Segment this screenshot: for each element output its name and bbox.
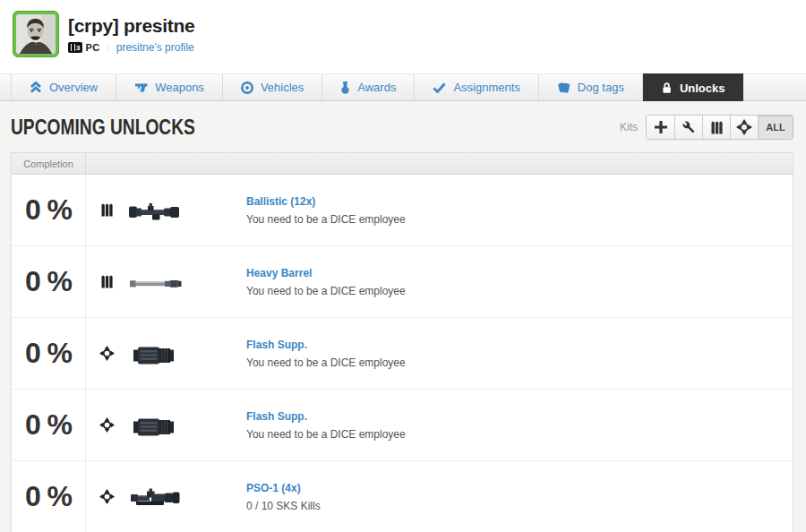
completion-value: 0 % [12,390,86,460]
completion-value: 0 % [12,246,86,317]
tab-awards[interactable]: Awards [322,74,415,100]
kit-icon-cell [86,461,128,532]
crosshair-icon [99,346,115,361]
unlock-name-link[interactable]: Flash Supp. [246,339,406,351]
medal-icon [340,82,350,94]
unlock-requirement: 0 / 10 SKS Kills [246,500,321,512]
checkmark-icon [433,82,446,93]
unlock-info: Flash Supp. You need to be a DICE employ… [196,390,406,460]
completion-value: 0 % [12,175,86,245]
profile-link[interactable]: presitne's profile [116,41,194,54]
section-title: UPCOMING UNLOCKS [11,115,195,140]
upcoming-unlocks-table: Completion 0 % Ballistic ( [11,152,793,532]
table-row: 0 % Flash Supp. You need [12,318,793,390]
crosshair-icon [736,119,752,135]
lock-icon [661,82,673,94]
kit-icon-cell [86,318,128,389]
crosshair-icon [99,417,115,433]
kits-label: Kits [620,121,638,133]
unlock-rows: 0 % Ballistic (12x) You need to b [12,175,793,532]
profile-header: [crpy] presitne 3 PC · presitne's profil… [0,0,806,73]
bullets-icon [711,120,723,135]
bullets-icon [101,273,113,290]
player-meta: 3 PC · presitne's profile [68,41,194,54]
unlock-info: Flash Supp. You need to be a DICE employ… [196,318,406,389]
unlock-name-link[interactable]: Heavy Barrel [246,267,406,279]
kit-filter-group: ALL [646,115,793,140]
page-title: [crpy] presitne [68,15,194,37]
meta-separator: · [107,41,110,54]
dogtags-icon [557,82,570,94]
wheel-icon [241,82,253,94]
table-header-row: Completion [12,152,793,175]
wrench-icon [682,120,697,135]
completion-value: 0 % [12,461,86,532]
table-row: 0 % Heavy Barrel You need to be a DICE e… [12,246,793,318]
filter-bullets-button[interactable] [702,116,730,139]
tab-vehicles[interactable]: Vehicles [223,74,322,100]
unlock-requirement: You need to be a DICE employee [246,356,406,369]
table-row: 0 % PSO-1 (4x) 0 / 10 SKS Kills [12,461,793,532]
avatar-portrait [16,14,56,54]
kit-icon-cell [86,175,128,245]
tab-weapons[interactable]: Weapons [116,74,223,100]
bf3-game-icon: 3 [68,42,82,53]
tab-overview[interactable]: Overview [11,74,116,100]
completion-value: 0 % [12,318,86,389]
table-row: 0 % Ballistic (12x) You need to b [12,175,793,246]
filter-all-button[interactable]: ALL [758,116,793,139]
filter-crosshair-button[interactable] [730,116,758,139]
unlock-info: PSO-1 (4x) 0 / 10 SKS Kills [196,461,321,532]
tab-unlocks[interactable]: Unlocks [643,73,744,101]
avatar[interactable] [13,11,59,57]
unlock-requirement: You need to be a DICE employee [246,213,406,226]
weapon-thumbnail [128,318,196,389]
unlock-info: Heavy Barrel You need to be a DICE emplo… [196,246,406,317]
unlock-name-link[interactable]: PSO-1 (4x) [246,482,321,494]
section-header: UPCOMING UNLOCKS Kits ALL [0,101,806,152]
bullets-icon [101,202,113,219]
plus-icon [654,120,668,134]
weapon-thumbnail [128,390,196,460]
unlock-info: Ballistic (12x) You need to be a DICE em… [196,175,406,245]
kit-icon-cell [86,390,128,460]
tab-dog-tags[interactable]: Dog tags [539,74,643,100]
weapon-thumbnail [128,175,196,245]
filter-wrench-button[interactable] [674,116,702,139]
kit-icon-cell [86,246,128,317]
platform-label: PC [85,42,99,53]
crosshair-icon [99,489,115,504]
kit-filter-bar: Kits ALL [620,115,793,140]
unlock-requirement: You need to be a DICE employee [246,285,406,297]
unlock-name-link[interactable]: Ballistic (12x) [246,195,406,208]
unlock-name-link[interactable]: Flash Supp. [246,410,406,423]
pistol-icon [134,82,148,92]
completion-column-header: Completion [12,153,86,174]
table-row: 0 % Flash Supp. You need [12,390,793,461]
chevrons-up-icon [30,82,42,93]
tab-assignments[interactable]: Assignments [415,74,538,100]
filter-plus-button[interactable] [647,116,674,139]
profile-nav: Overview Weapons Vehicles Awards Assignm… [0,73,806,101]
unlock-requirement: You need to be a DICE employee [246,428,406,441]
weapon-thumbnail [128,461,196,532]
weapon-thumbnail [128,246,196,317]
